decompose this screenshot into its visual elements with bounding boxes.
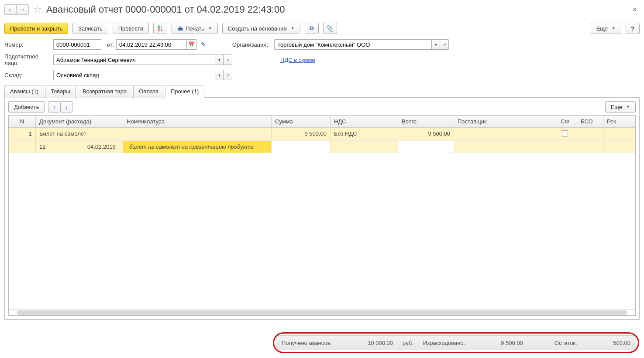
post-and-close-button[interactable]: Провести и закрыть bbox=[4, 23, 68, 34]
nav-back-button[interactable]: ← bbox=[4, 4, 17, 15]
horizontal-scrollbar[interactable] bbox=[9, 309, 635, 315]
tab-payment[interactable]: Оплата bbox=[133, 85, 164, 98]
cell-nds: Без НДС bbox=[331, 128, 398, 140]
chevron-down-icon: ▼ bbox=[612, 26, 616, 31]
col-supplier[interactable]: Поставщик bbox=[454, 116, 553, 127]
table-more-button[interactable]: Еще▼ bbox=[605, 101, 636, 113]
cell-bso bbox=[577, 128, 603, 140]
number-label: Номер: bbox=[4, 41, 53, 48]
post-button[interactable]: Провести bbox=[113, 23, 149, 34]
cell-doc: Билет на самолет bbox=[36, 128, 123, 140]
doc-date: 04.02.2019 bbox=[81, 143, 119, 150]
tab-other[interactable]: Прочее (1) bbox=[165, 85, 204, 98]
summary-bar: Получено авансов: 10 000,00 руб. Израсхо… bbox=[276, 335, 636, 350]
cell-nom bbox=[123, 128, 272, 140]
col-nomenclature[interactable]: Номенклатура bbox=[123, 116, 272, 127]
col-rek[interactable]: Рек bbox=[603, 116, 625, 127]
cell-total: 9 500,00 bbox=[398, 128, 454, 140]
person-open-button[interactable]: ↗ bbox=[224, 55, 232, 65]
move-down-button[interactable]: ↓ bbox=[60, 101, 72, 113]
person-dropdown-button[interactable]: ▾ bbox=[215, 55, 224, 65]
page-title: Авансовый отчет 0000-000001 от 04.02.201… bbox=[46, 4, 630, 15]
print-button[interactable]: 🖶Печать▼ bbox=[172, 23, 218, 34]
cell-bso-sub bbox=[577, 141, 603, 153]
col-sf[interactable]: СФ bbox=[553, 116, 577, 127]
cell-sf bbox=[553, 128, 577, 140]
date-input[interactable] bbox=[116, 39, 187, 50]
tab-advances[interactable]: Авансы (1) bbox=[4, 85, 44, 98]
person-input[interactable] bbox=[53, 55, 215, 65]
col-bso[interactable]: БСО bbox=[577, 116, 603, 127]
received-label: Получено авансов: bbox=[282, 340, 332, 346]
col-n[interactable]: N bbox=[9, 116, 36, 127]
create-based-on-button[interactable]: Создать на основании▼ bbox=[222, 23, 300, 34]
show-transactions-button[interactable]: ДтКт bbox=[153, 23, 167, 34]
received-value: 10 000,00 bbox=[368, 340, 393, 346]
cell-total-sub bbox=[398, 141, 454, 153]
add-row-button[interactable]: Добавить bbox=[8, 101, 45, 113]
person-label: Подотчетное лицо: bbox=[4, 53, 53, 66]
doc-number: 12 bbox=[39, 143, 81, 150]
cell-n: 1 bbox=[9, 128, 36, 140]
table-subrow[interactable]: 12 04.02.2019 билет на самолет на презен… bbox=[9, 141, 635, 153]
col-vat[interactable]: НДС bbox=[331, 116, 398, 127]
cell-sf-sub bbox=[553, 141, 577, 153]
sf-checkbox[interactable] bbox=[562, 130, 568, 136]
table-header: N Документ (расхода) Номенклатура Сумма … bbox=[9, 116, 635, 128]
tab-returnable[interactable]: Возвратная тара bbox=[77, 85, 132, 98]
spent-label: Израсходовано: bbox=[423, 340, 465, 346]
expense-table: N Документ (расхода) Номенклатура Сумма … bbox=[8, 115, 636, 316]
cell-supplier-sub bbox=[454, 141, 553, 153]
save-button[interactable]: Записать bbox=[72, 23, 108, 34]
tree-icon: ⧉ bbox=[310, 25, 313, 32]
tab-goods[interactable]: Товары bbox=[45, 85, 76, 98]
balance-value: 500,00 bbox=[613, 340, 630, 346]
currency-label: руб. bbox=[403, 340, 413, 346]
document-state-icon[interactable]: ✎ bbox=[201, 41, 206, 48]
cell-nds-sub bbox=[331, 141, 398, 153]
warehouse-dropdown-button[interactable]: ▾ bbox=[215, 70, 224, 80]
chevron-down-icon: ▼ bbox=[291, 26, 295, 31]
dtkt-icon: ДтКт bbox=[158, 25, 163, 32]
close-button[interactable]: × bbox=[630, 5, 640, 14]
org-dropdown-button[interactable]: ▾ bbox=[431, 39, 440, 50]
org-open-button[interactable]: ↗ bbox=[440, 39, 449, 50]
organization-input[interactable] bbox=[274, 39, 431, 50]
attachments-button[interactable]: 📎 bbox=[323, 23, 337, 34]
structure-button[interactable]: ⧉ bbox=[305, 23, 319, 34]
favorite-star-icon[interactable]: ☆ bbox=[33, 4, 42, 15]
col-total[interactable]: Всего bbox=[398, 116, 454, 127]
cell-supplier bbox=[454, 128, 553, 140]
spent-value: 9 500,00 bbox=[501, 340, 523, 346]
table-row[interactable]: 1 Билет на самолет 9 500,00 Без НДС 9 50… bbox=[9, 128, 635, 141]
cell-sum-sub bbox=[272, 141, 331, 153]
cell-doc-sub: 12 04.02.2019 bbox=[36, 141, 123, 153]
cell-rek bbox=[603, 128, 625, 140]
help-button[interactable]: ? bbox=[626, 23, 640, 34]
paperclip-icon: 📎 bbox=[326, 25, 334, 32]
from-label: от: bbox=[105, 41, 116, 48]
more-actions-button[interactable]: Еще▼ bbox=[591, 23, 621, 34]
move-up-button[interactable]: ↑ bbox=[48, 101, 60, 113]
cell-nom-detail: билет на самолет на презентацию продукта bbox=[123, 141, 272, 153]
cell-sum: 9 500,00 bbox=[272, 128, 331, 140]
balance-label: Остаток: bbox=[554, 340, 577, 346]
warehouse-open-button[interactable]: ↗ bbox=[224, 70, 232, 80]
org-label: Организация: bbox=[232, 41, 274, 48]
calendar-button[interactable]: 📅 bbox=[187, 39, 196, 50]
cell-n-sub bbox=[9, 141, 36, 153]
col-document[interactable]: Документ (расхода) bbox=[36, 116, 123, 127]
col-sum[interactable]: Сумма bbox=[272, 116, 331, 127]
number-input[interactable] bbox=[53, 39, 101, 50]
nav-forward-button[interactable]: → bbox=[17, 4, 29, 15]
warehouse-label: Склад: bbox=[4, 72, 53, 78]
vat-mode-link[interactable]: НДС в сумме bbox=[280, 57, 315, 63]
cell-rek-sub bbox=[603, 141, 625, 153]
printer-icon: 🖶 bbox=[177, 25, 183, 32]
calendar-icon: 📅 bbox=[188, 41, 195, 48]
chevron-down-icon: ▼ bbox=[208, 26, 212, 31]
warehouse-input[interactable] bbox=[53, 70, 215, 80]
